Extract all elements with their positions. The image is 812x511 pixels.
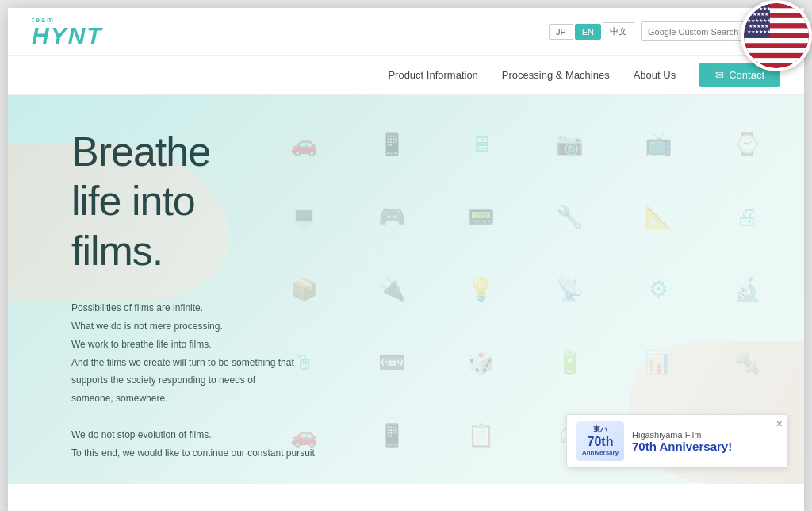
anniversary-text: Higashiyama Film 70th Anniversary! [632, 430, 778, 453]
hero-body-line-5: supports the society responding to needs… [71, 371, 315, 390]
bg-icon-3: 🖥 [440, 111, 523, 178]
hero-body-line-4: And the films we create will turn to be … [71, 354, 315, 372]
anniversary-title: 70th Anniversary! [632, 440, 778, 453]
logo[interactable]: team HYNT [32, 16, 103, 48]
svg-text:★★★★★★: ★★★★★★ [747, 17, 771, 23]
anniversary-banner: × 東ハ 70th Anniversary Higashiyama Film 7… [566, 414, 788, 468]
hero-body-line-2: What we do is not mere processing. [71, 317, 315, 336]
bg-icon-10: 🔧 [529, 184, 611, 251]
svg-rect-8 [744, 58, 809, 63]
bg-icon-22: 🔋 [529, 329, 611, 396]
contact-label: Contact [729, 69, 764, 81]
bg-icon-2: 📱 [351, 111, 434, 178]
hero-body-line-1: Possibilities of films are infinite. [71, 299, 315, 317]
bg-icon-18: 🔬 [706, 256, 788, 323]
bg-icon-21: 🎲 [440, 329, 523, 396]
bg-icon-5: 📺 [617, 111, 699, 178]
hero-body-line-6: someone, somewhere. [71, 390, 315, 408]
hero-body-line-7: We do not stop evolution of films. [71, 426, 315, 444]
lang-zh[interactable]: 中文 [603, 22, 634, 40]
bg-icon-27: 📋 [440, 402, 523, 468]
bg-icon-11: 📐 [617, 184, 699, 251]
bg-icon-16: 📡 [529, 256, 611, 323]
lang-jp[interactable]: JP [549, 24, 573, 40]
bg-icon-6: ⌚ [706, 111, 788, 178]
anniversary-logo-text3: Anniversary [582, 449, 619, 457]
search-input[interactable] [642, 24, 753, 40]
nav-item-about-us[interactable]: About Us [634, 69, 676, 81]
logo-hynt-text: HYNT [32, 24, 103, 48]
svg-text:★★★★★: ★★★★★ [749, 23, 768, 29]
bg-icon-8: 🎮 [351, 184, 434, 251]
hero-headline: Breathelife intofilms. [71, 127, 315, 275]
hero-body-line-3: We work to breathe life into films. [71, 336, 315, 354]
navigation: Product Information Processing & Machine… [8, 56, 804, 95]
bg-icon-14: 🔌 [351, 256, 434, 323]
lang-buttons: JP EN 中文 [549, 22, 634, 40]
bg-icon-12: 🖨 [706, 184, 788, 251]
hero-body: Possibilities of films are infinite. Wha… [71, 299, 315, 462]
svg-rect-3 [744, 8, 809, 13]
anniversary-logo-text1: 東ハ [582, 425, 619, 434]
bg-icon-20: 📼 [351, 329, 434, 396]
bg-icon-26: 📱 [351, 402, 434, 468]
bg-icon-4: 📷 [529, 111, 611, 178]
anniversary-logo-text2: 70th [582, 434, 619, 449]
anniversary-logo: 東ハ 70th Anniversary [576, 421, 624, 461]
hero-body-line-8: To this end, we would like to continue o… [71, 444, 315, 463]
svg-text:★★★★★: ★★★★★ [749, 11, 768, 17]
bg-icon-9: 📟 [440, 184, 523, 251]
bg-icon-17: ⚙ [617, 256, 699, 323]
flag-icon[interactable]: ★★★★★★ ★★★★★ ★★★★★★ ★★★★★ ★★★★★★ [741, 0, 812, 71]
svg-rect-6 [744, 38, 809, 43]
page-wrapper: ★★★★★★ ★★★★★ ★★★★★★ ★★★★★ ★★★★★★ team HY… [8, 8, 804, 511]
hero-section: 🚗 📱 🖥 📷 📺 ⌚ 💻 🎮 📟 🔧 📐 🖨 📦 🔌 💡 📡 ⚙ 🔬 🖱 📼 … [8, 95, 804, 484]
svg-text:★★★★★★: ★★★★★★ [747, 29, 771, 34]
svg-rect-7 [744, 48, 809, 53]
header: team HYNT JP EN 中文 🔍 [8, 8, 804, 56]
nav-item-processing-machines[interactable]: Processing & Machines [502, 69, 610, 81]
mail-icon: ✉ [715, 69, 724, 81]
close-icon[interactable]: × [776, 418, 783, 429]
bg-icon-15: 💡 [440, 256, 523, 323]
nav-item-product-information[interactable]: Product Information [388, 69, 477, 81]
hero-content: Breathelife intofilms. Possibilities of … [71, 127, 315, 462]
anniversary-company: Higashiyama Film [632, 430, 778, 440]
lang-en[interactable]: EN [575, 24, 601, 40]
